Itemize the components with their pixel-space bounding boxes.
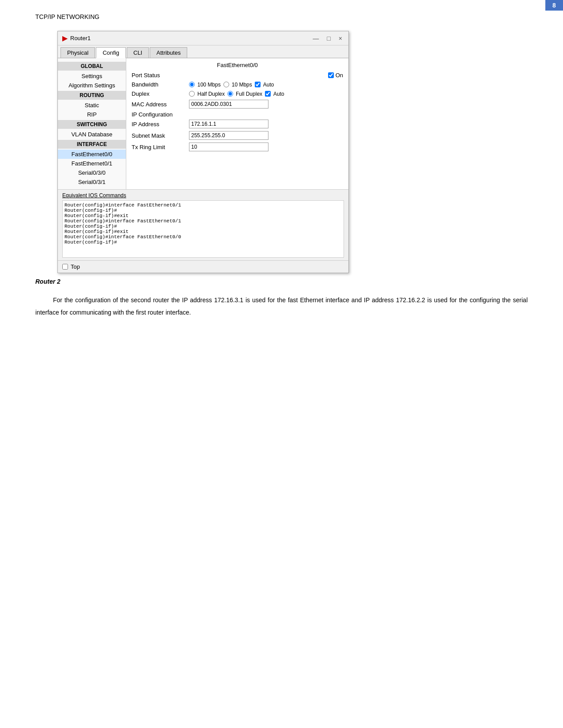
close-button[interactable]: ×: [337, 35, 344, 42]
ios-label: Equivalent IOS Commands: [62, 192, 344, 199]
tx-ring-input[interactable]: [189, 143, 268, 151]
ip-address-row: IP Address: [132, 120, 343, 128]
ip-address-label: IP Address: [132, 121, 189, 128]
sidebar-header-interface: INTERFACE: [58, 140, 126, 149]
sidebar-item-fastethernet00[interactable]: FastEthernet0/0: [58, 150, 126, 159]
sidebar-header-switching: SWITCHING: [58, 120, 126, 129]
top-checkbox-label: Top: [71, 263, 80, 270]
bandwidth-100-label: 100 Mbps: [197, 82, 221, 88]
sidebar-item-vlan-database[interactable]: VLAN Database: [58, 130, 126, 139]
duplex-options: Half Duplex Full Duplex Auto: [189, 91, 284, 97]
sidebar-item-settings[interactable]: Settings: [58, 71, 126, 81]
port-status-label: Port Status: [132, 72, 189, 79]
port-status-value: On: [336, 72, 343, 79]
sidebar-item-serial031[interactable]: Serial0/3/1: [58, 177, 126, 187]
window-body: GLOBAL Settings Algorithm Settings ROUTI…: [58, 58, 348, 189]
bandwidth-100-radio[interactable]: [189, 82, 195, 87]
duplex-auto-label: Auto: [273, 91, 284, 97]
bandwidth-10-label: 10 Mbps: [232, 82, 252, 88]
router-icon: ▶: [62, 34, 68, 42]
maximize-button[interactable]: □: [325, 35, 332, 42]
page-title: TCP/IP NETWORKING: [35, 13, 99, 20]
ios-cmd-6: Router(config-if)#exit: [64, 229, 342, 234]
sidebar-item-serial030[interactable]: Serial0/3/0: [58, 168, 126, 177]
ios-cmd-2: Router(config-if)#: [64, 208, 342, 213]
tx-ring-label: Tx Ring Limit: [132, 144, 189, 150]
bandwidth-auto-checkbox[interactable]: [255, 82, 261, 87]
router2-heading: Router 2: [35, 278, 528, 285]
config-panel-title: FastEthernet0/0: [132, 62, 343, 68]
duplex-label: Duplex: [132, 90, 189, 97]
tab-physical[interactable]: Physical: [60, 47, 95, 58]
tab-config[interactable]: Config: [96, 47, 126, 58]
body-paragraph: For the configuration of the second rout…: [35, 294, 528, 319]
sidebar-item-rip[interactable]: RIP: [58, 110, 126, 119]
ios-cmd-7: Router(config)#interface FastEthernet0/0: [64, 234, 342, 240]
window-bottom: Top: [58, 260, 348, 273]
minimize-button[interactable]: —: [311, 35, 321, 42]
bandwidth-10-radio[interactable]: [223, 82, 229, 87]
port-status-checkbox[interactable]: [328, 72, 334, 78]
ip-config-label: IP Configuration: [132, 111, 343, 118]
sidebar: GLOBAL Settings Algorithm Settings ROUTI…: [58, 58, 126, 189]
duplex-half-label: Half Duplex: [197, 91, 225, 97]
ios-cmd-3: Router(config-if)#exit: [64, 213, 342, 218]
sidebar-item-static[interactable]: Static: [58, 101, 126, 110]
mac-address-row: MAC Address: [132, 100, 343, 109]
bandwidth-auto-label: Auto: [263, 82, 274, 88]
subnet-mask-input[interactable]: [189, 131, 268, 140]
mac-address-label: MAC Address: [132, 101, 189, 108]
sidebar-header-routing: ROUTING: [58, 91, 126, 100]
subnet-mask-row: Subnet Mask: [132, 131, 343, 140]
sidebar-item-fastethernet01[interactable]: FastEthernet0/1: [58, 159, 126, 168]
page-number: 8: [545, 0, 563, 11]
bandwidth-label: Bandwidth: [132, 81, 189, 88]
duplex-full-label: Full Duplex: [236, 91, 262, 97]
ios-cmd-5: Router(config-if)#: [64, 224, 342, 229]
tx-ring-row: Tx Ring Limit: [132, 143, 343, 151]
ip-address-input[interactable]: [189, 120, 268, 128]
port-status-row: Port Status On: [132, 72, 343, 79]
duplex-full-radio[interactable]: [227, 91, 233, 97]
port-status-checkbox-row: On: [328, 72, 343, 79]
window-title: Router1: [70, 35, 91, 41]
duplex-auto-checkbox[interactable]: [265, 91, 271, 97]
bandwidth-row: Bandwidth 100 Mbps 10 Mbps Auto: [132, 81, 343, 88]
ios-section: Equivalent IOS Commands Router(config)#i…: [58, 189, 348, 260]
ios-cmd-8: Router(config-if)#: [64, 240, 342, 245]
window-titlebar: ▶ Router1 — □ ×: [58, 31, 348, 45]
body-section: Router 2 For the configuration of the se…: [35, 278, 528, 319]
router-window: ▶ Router1 — □ × Physical Config CLI Attr…: [57, 31, 349, 273]
tab-cli[interactable]: CLI: [127, 47, 149, 58]
ios-cmd-1: Router(config)#interface FastEthernet0/1: [64, 203, 342, 208]
duplex-row: Duplex Half Duplex Full Duplex Auto: [132, 90, 343, 97]
subnet-mask-label: Subnet Mask: [132, 132, 189, 139]
config-panel: FastEthernet0/0 Port Status On Bandwidth…: [126, 58, 348, 189]
duplex-half-radio[interactable]: [189, 91, 195, 97]
ios-commands-box[interactable]: Router(config)#interface FastEthernet0/1…: [62, 200, 344, 258]
mac-address-input[interactable]: [189, 100, 268, 109]
window-title-left: ▶ Router1: [62, 34, 91, 42]
ios-cmd-4: Router(config)#interface FastEthernet0/1: [64, 218, 342, 224]
tabs-bar: Physical Config CLI Attributes: [58, 45, 348, 58]
bandwidth-options: 100 Mbps 10 Mbps Auto: [189, 82, 274, 88]
sidebar-item-algorithm-settings[interactable]: Algorithm Settings: [58, 81, 126, 90]
tab-attributes[interactable]: Attributes: [150, 47, 187, 58]
sidebar-header-global: GLOBAL: [58, 62, 126, 71]
top-checkbox[interactable]: [62, 264, 68, 270]
window-controls: — □ ×: [311, 35, 344, 42]
